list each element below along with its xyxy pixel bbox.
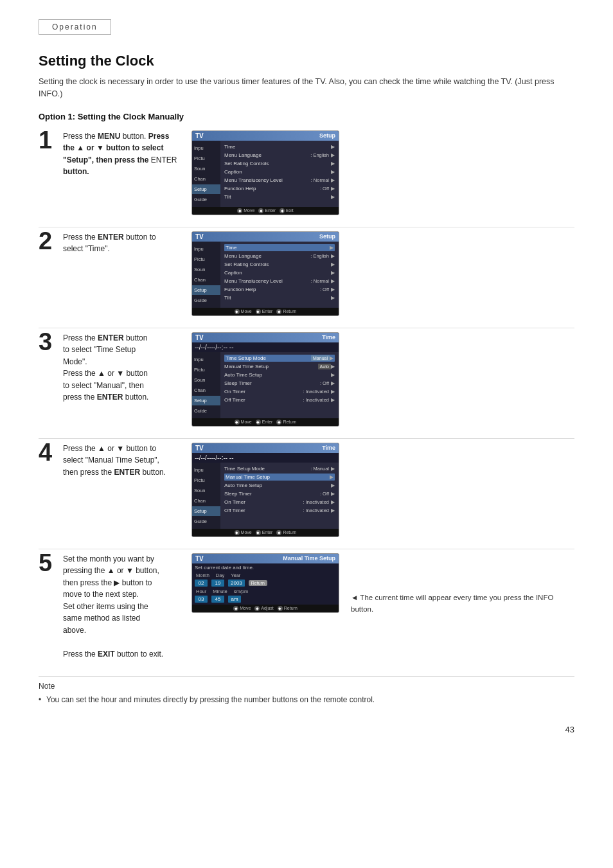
menu-row: Time Setup Mode: Manual▶	[224, 465, 335, 472]
time-display: --/--/----/--:-- --	[192, 342, 339, 352]
step-row-4: 4Press the ▲ or ▼ button toselect "Manua…	[39, 443, 574, 537]
menu-row-value: : Inactivated	[303, 397, 329, 403]
sidebar-menu-item: Guide	[192, 517, 220, 526]
screen-footer: ◆Move◆Adjust◆Return	[192, 605, 339, 612]
step-text-5: Set the month you want bypressing the ▲ …	[63, 553, 163, 660]
menu-row: Function Help: Off▶	[224, 185, 335, 192]
menu-row-value: : Off	[320, 380, 329, 386]
menu-row-value: : Inactivated	[303, 499, 329, 505]
step-left-1: 1Press the MENU button. Press the ▲ or ▼…	[39, 130, 180, 178]
footer-item: ◆Return	[276, 530, 296, 535]
arrow-right-icon: ▶	[331, 287, 335, 292]
step-row-2: 2Press the ENTER button toselect "Time".…	[39, 231, 574, 316]
sidebar-menu-item: Pictu	[192, 475, 220, 485]
arrow-right-icon: ▶	[330, 355, 333, 361]
header-label: Operation	[52, 22, 98, 31]
menu-row: Time▶	[224, 143, 335, 150]
menu-row: Set Rating Controls▶	[224, 160, 335, 167]
menu-row-label: Tilt	[224, 194, 331, 200]
menu-row-value: : English	[310, 152, 329, 158]
screen-main-menu: Time Setup Mode: Manual▶Manual Time Setu…	[220, 463, 339, 529]
date-values-row: 02192003Return	[192, 579, 339, 587]
arrow-right-icon: ▶	[331, 372, 335, 378]
sidebar-menu-item: Setup	[192, 506, 220, 516]
menu-row-label: Function Help	[224, 186, 320, 191]
screen-footer: ◆Move◆Enter◆Return	[192, 529, 339, 536]
menu-row: Auto Time Setup▶	[224, 371, 335, 378]
menu-row: Off Timer: Inactivated▶	[224, 507, 335, 514]
menu-row-label: Time	[226, 245, 330, 251]
footer-item: ◆Return	[276, 309, 296, 314]
time-values-row: 0345am	[192, 595, 339, 605]
step-row-1: 1Press the MENU button. Press the ▲ or ▼…	[39, 130, 574, 215]
sidebar-menu-item: Pictu	[192, 154, 220, 163]
arrow-right-icon: ▶	[331, 169, 335, 175]
menu-row-label: Set Rating Controls	[224, 261, 331, 267]
step-text-3: Press the ENTER buttonto select "Time Se…	[63, 332, 148, 404]
menu-row-label: On Timer	[224, 389, 303, 394]
menu-row-label: Caption	[224, 270, 331, 276]
step-number-5: 5	[39, 551, 57, 575]
time-display: --/--/----/--:-- --	[192, 453, 339, 463]
footer-item: ◆Enter	[256, 309, 273, 314]
arrow-right-icon: ▶	[331, 152, 335, 158]
screen-main-menu: Time▶Menu Language: English▶Set Rating C…	[220, 242, 339, 308]
arrow-right-icon: ▶	[331, 499, 335, 505]
menu-row: Menu Language: English▶	[224, 152, 335, 159]
step-row-3: 3Press the ENTER buttonto select "Time S…	[39, 332, 574, 427]
menu-row-label: Manual Time Setup	[226, 474, 330, 480]
arrow-right-icon: ▶	[331, 161, 335, 166]
steps-container: 1Press the MENU button. Press the ▲ or ▼…	[39, 130, 574, 660]
menu-row-label: Menu Translucency Level	[224, 177, 311, 183]
note-items: You can set the hour and minutes directl…	[39, 694, 574, 705]
screen-titlebar: TVSetup	[192, 131, 339, 141]
arrow-right-icon: ▶	[331, 380, 335, 386]
menu-row-label: On Timer	[224, 499, 303, 505]
sidebar-menu-item: Soun	[192, 486, 220, 495]
menu-row-label: Auto Time Setup	[224, 372, 331, 378]
sidebar-menu-item: Pictu	[192, 254, 220, 264]
screen-titlebar: TVManual Time Setup	[192, 554, 339, 563]
step-text-1: Press the MENU button. Press the ▲ or ▼ …	[63, 130, 180, 178]
footer-item: ◆Move	[235, 309, 252, 314]
menu-row: On Timer: Inactivated▶	[224, 499, 335, 506]
menu-row-value: : Inactivated	[303, 508, 329, 513]
sidebar-menu-item: Setup	[192, 285, 220, 295]
menu-row: Caption▶	[224, 269, 335, 276]
option1-title: Option 1: Setting the Clock Manually	[39, 112, 574, 121]
footer-item: ◆Return	[276, 420, 296, 425]
return-button[interactable]: Return	[249, 580, 267, 586]
step-number-4: 4	[39, 440, 57, 465]
page-intro: Setting the clock is necessary in order …	[39, 76, 574, 100]
menu-row: Auto Time Setup▶	[224, 482, 335, 489]
menu-row: Function Help: Off▶	[224, 286, 335, 293]
menu-row-value: : Normal	[311, 278, 329, 284]
step-left-4: 4Press the ▲ or ▼ button toselect "Manua…	[39, 443, 180, 479]
screen-main-menu: Time Setup ModeManual▶Manual Time SetupA…	[220, 352, 339, 418]
menu-row-label: Function Help	[224, 287, 320, 292]
menu-row: Time Setup ModeManual▶	[224, 355, 335, 362]
menu-tag: Auto	[318, 364, 331, 369]
menu-row: Time▶	[224, 244, 335, 251]
step-left-5: 5Set the month you want bypressing the ▲…	[39, 553, 180, 660]
sidebar-menu-item: Soun	[192, 164, 220, 173]
footer-item: ◆Move	[237, 208, 254, 213]
sidebar-menu-item: Chan	[192, 275, 220, 285]
menu-row-label: Time Setup Mode	[226, 355, 311, 361]
sidebar-menu-item: Setup	[192, 184, 220, 194]
footer-item: ◆Exit	[280, 208, 294, 213]
menu-row-label: Sleep Timer	[224, 491, 320, 497]
sidebar-menu-item: Chan	[192, 496, 220, 506]
footer-item: ◆Return	[278, 606, 298, 611]
screen-sidebar: InpuPictuSounChanSetupGuide	[192, 141, 220, 207]
menu-row-value: : Inactivated	[303, 389, 329, 394]
arrow-right-icon: ▶	[330, 474, 333, 480]
screen-body: InpuPictuSounChanSetupGuideTime Setup Mo…	[192, 463, 339, 529]
menu-row: Tilt▶	[224, 193, 335, 200]
operation-header: Operation	[39, 19, 111, 35]
menu-row: Caption▶	[224, 168, 335, 175]
arrow-right-icon: ▶	[330, 245, 333, 251]
arrow-right-icon: ▶	[331, 295, 335, 301]
menu-row-label: Sleep Timer	[224, 380, 320, 386]
screen-body: InpuPictuSounChanSetupGuideTime Setup Mo…	[192, 352, 339, 418]
